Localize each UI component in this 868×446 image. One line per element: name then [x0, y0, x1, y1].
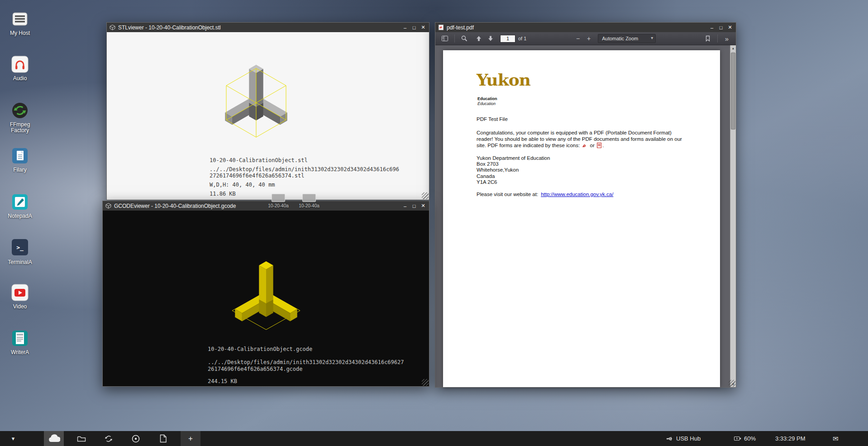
file-thumbnail[interactable]: 10-20-40a	[296, 194, 323, 208]
address-line: Canada	[477, 173, 550, 179]
address-line: Whitehorse,Yukon	[477, 167, 550, 173]
stl-file-path: ../../Desktop/files/admin/inith31302d323…	[210, 166, 401, 179]
close-button[interactable]: ✕	[419, 24, 427, 31]
page-number-input[interactable]	[500, 35, 515, 43]
page-count-label: of 1	[518, 36, 526, 41]
next-page-button[interactable]	[485, 34, 496, 43]
chevron-down-icon: ▾	[12, 435, 15, 442]
address-block: Yukon Department of Education Box 2703 W…	[477, 155, 550, 185]
desktop-icon-label: My Host	[3, 30, 37, 36]
minimize-button[interactable]: –	[708, 24, 716, 31]
desktop-icon-terminala[interactable]: >_ TerminalA	[3, 238, 37, 265]
zoom-select[interactable]: Automatic Zoom ▾	[598, 34, 656, 43]
bookmark-button[interactable]	[702, 34, 714, 43]
clock[interactable]: 3:33:29 PM	[775, 431, 806, 446]
taskbar-expand-button[interactable]: ▾	[6, 431, 20, 446]
maximize-button[interactable]: □	[717, 24, 725, 31]
stl-viewport[interactable]: 10-20-40-CalibrationObject.stl ../../Des…	[107, 32, 429, 200]
desktop-icon-label: NotepadA	[3, 213, 37, 219]
arrow-up-icon	[475, 35, 482, 42]
resize-grip[interactable]	[422, 192, 429, 199]
stl-window-titlebar[interactable]: STLviewer - 10-20-40-CalibrationObject.s…	[107, 23, 429, 32]
circular-arrows-icon	[11, 101, 29, 120]
file-manager-icon	[11, 147, 29, 165]
taskbar-app-ffmpeg[interactable]	[99, 431, 119, 446]
close-button[interactable]: ✕	[726, 24, 734, 31]
chevron-down-icon: ▾	[651, 35, 653, 40]
circular-arrows-icon	[104, 434, 113, 443]
desktop-icon-ffmpeg-factory[interactable]: FFmpeg Factory	[3, 101, 37, 134]
stl-filename: 10-20-40-CalibrationObject.stl	[210, 157, 308, 163]
scrollbar[interactable]: ▲ ▼	[730, 45, 736, 387]
resize-grip[interactable]	[729, 380, 735, 387]
desktop-icon-writera[interactable]: WriterA	[3, 329, 37, 355]
desktop-icon-my-host[interactable]: My Host	[3, 10, 37, 36]
terminal-prompt-glyph: >_	[16, 244, 24, 251]
minimize-button[interactable]: –	[401, 24, 409, 31]
toolbar-separator	[717, 34, 718, 43]
taskbar-app-files[interactable]	[72, 431, 91, 446]
battery-tray-item[interactable]: 60%	[734, 431, 756, 446]
computer-icon	[11, 10, 29, 28]
gcode-viewport[interactable]: 10-20-40-CalibrationObject.gcode ../../D…	[103, 211, 429, 386]
stl-filesize: 11.86 KB	[210, 191, 236, 197]
previous-page-button[interactable]	[473, 34, 485, 43]
document-paragraph: Congratulations, your computer is equipp…	[477, 129, 687, 149]
pdf-file-icon	[438, 24, 444, 30]
window-title: STLviewer - 10-20-40-CalibrationObject.s…	[118, 24, 398, 31]
pdf-toolbar: of 1 − + Automatic Zoom ▾ »	[435, 32, 736, 45]
cube-icon	[110, 24, 115, 30]
pdf-content-area: Yukon Education Éducation PDF Test File …	[435, 45, 730, 387]
taskbar-add-button[interactable]: +	[181, 431, 200, 446]
window-title: pdf-test.pdf	[447, 24, 705, 31]
gcode-3d-render	[194, 240, 339, 358]
minimize-button[interactable]: –	[401, 202, 409, 210]
stl-3d-render	[184, 44, 329, 162]
pdf-page: Yukon Education Éducation PDF Test File …	[443, 50, 720, 387]
maximize-button[interactable]: □	[410, 202, 418, 210]
desktop-icon-video[interactable]: Video	[3, 283, 37, 310]
taskbar-app-pdf[interactable]	[153, 431, 173, 446]
scrollbar-thumb[interactable]	[731, 53, 735, 129]
zoom-out-button[interactable]: −	[572, 34, 583, 43]
address-line: Yukon Department of Education	[477, 155, 550, 161]
cloud-icon	[48, 434, 60, 443]
pdf-window-titlebar[interactable]: pdf-test.pdf – □ ✕	[435, 23, 736, 32]
website-link[interactable]: http://www.education.gov.yk.ca/	[541, 192, 613, 197]
more-tools-button[interactable]: »	[721, 35, 732, 43]
battery-percent-label: 60%	[744, 435, 756, 442]
notepad-pencil-icon	[11, 193, 29, 211]
zoom-select-value: Automatic Zoom	[602, 36, 638, 41]
find-button[interactable]	[458, 34, 470, 43]
file-thumbnail[interactable]: 10-20-40a	[265, 194, 292, 208]
search-icon	[461, 35, 468, 42]
document-heading: PDF Test File	[477, 116, 508, 122]
desktop-icon-notepada[interactable]: NotepadA	[3, 193, 37, 219]
terminal-icon: >_	[12, 239, 28, 255]
usb-icon	[666, 436, 673, 442]
logo-subtitle: Éducation	[477, 101, 496, 106]
taskbar-app-cloud[interactable]	[44, 431, 64, 446]
resize-grip[interactable]	[422, 379, 429, 386]
mail-tray-item[interactable]: ✉	[833, 431, 839, 446]
address-line: Box 2703	[477, 161, 550, 167]
zoom-in-button[interactable]: +	[583, 34, 594, 43]
circle-icon	[131, 434, 140, 443]
file-thumbnail-label: 10-20-40a	[265, 203, 292, 208]
gcode-viewer-window: GCODEviewer - 10-20-40-CalibrationObject…	[102, 201, 429, 387]
desktop-icon-audio[interactable]: Audio	[3, 55, 37, 82]
close-button[interactable]: ✕	[419, 202, 427, 210]
scroll-up-arrow[interactable]: ▲	[730, 45, 736, 51]
maximize-button[interactable]: □	[410, 24, 418, 31]
paragraph-text: .	[602, 143, 604, 148]
usb-tray-item[interactable]: USB Hub	[666, 431, 701, 446]
gcode-filename: 10-20-40-CalibrationObject.gcode	[208, 346, 312, 352]
battery-icon	[734, 436, 741, 441]
desktop-icon-label: WriterA	[3, 350, 37, 355]
desktop-icon-filary[interactable]: Filary	[3, 147, 37, 173]
taskbar-app-viewer[interactable]	[126, 431, 146, 446]
sidebar-toggle-button[interactable]	[439, 34, 451, 43]
plus-icon: +	[188, 434, 193, 443]
desktop-icon-label: Filary	[3, 167, 37, 173]
pdf-viewer-window: pdf-test.pdf – □ ✕ of 1 −	[435, 22, 736, 388]
